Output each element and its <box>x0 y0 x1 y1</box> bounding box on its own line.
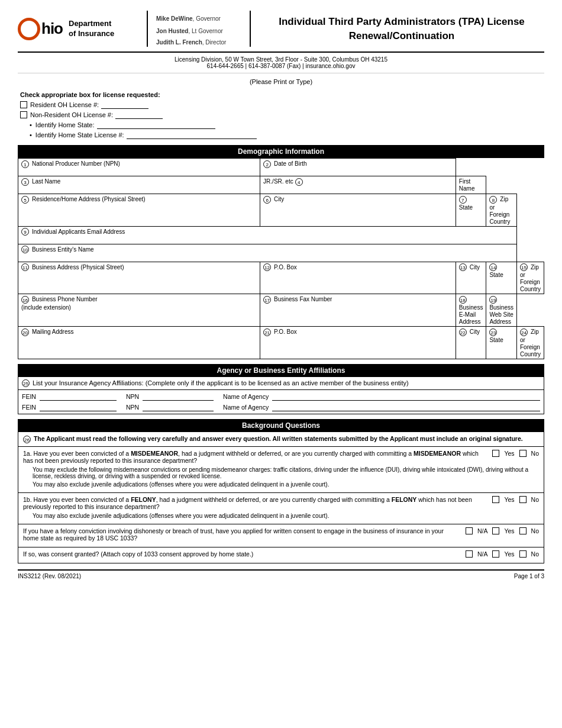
npn-label-2: NPN <box>126 404 139 411</box>
governor2: Jon Husted, Lt Governor <box>156 27 241 36</box>
header-info: Licensing Division, 50 W Town Street, 3r… <box>18 56 544 73</box>
bg-section: Background Questions 26 The Applicant mu… <box>18 419 544 563</box>
mailstate-label: State <box>489 337 503 343</box>
check-section: Check appropriate box for license reques… <box>18 91 544 139</box>
ohio-logo: hio <box>18 18 63 40</box>
q1b-options: Yes No <box>492 496 539 503</box>
q1a-no-checkbox[interactable] <box>519 450 527 457</box>
director: Judith L. French, Director <box>156 38 241 47</box>
resident-checkbox[interactable] <box>20 101 27 108</box>
nonresident-field[interactable] <box>115 111 163 119</box>
field-num-16: 16 <box>21 296 29 304</box>
agency-row-1: FEIN NPN Name of Agency FEIN NPN Name of… <box>18 390 544 414</box>
fein-field-1[interactable] <box>40 392 117 401</box>
agency-name-field-1[interactable] <box>272 392 540 401</box>
page-title: Individual Third Party Administrators (T… <box>259 11 544 47</box>
home-state-license-label: Identify Home State License #: <box>35 131 124 138</box>
street-label: Residence/Home Address (Physical Street) <box>32 196 146 202</box>
nonresident-checkbox[interactable] <box>20 111 27 118</box>
bizstreet-label: Business Address (Physical Street) <box>32 264 124 270</box>
dob-cell: 2 Date of Birth <box>260 159 456 176</box>
field-num-2: 2 <box>263 160 271 168</box>
street-cell: 5 Residence/Home Address (Physical Stree… <box>18 194 260 227</box>
field-num-20: 20 <box>21 328 29 336</box>
q1b-sub2-yes-checkbox[interactable] <box>492 550 499 558</box>
pobox-label: P.O. Box <box>274 264 297 270</box>
resident-row: Resident OH License #: <box>20 101 544 109</box>
npn-field-1[interactable] <box>143 392 214 401</box>
resident-field[interactable] <box>101 101 148 109</box>
header-officials: Mike DeWine, Governor Jon Husted, Lt Gov… <box>156 11 251 47</box>
fein-field-2[interactable] <box>40 403 117 411</box>
mailcity-label: City <box>470 328 480 335</box>
q1b-sub2-na-checkbox[interactable] <box>466 550 473 558</box>
field-num-22: 22 <box>459 328 467 336</box>
home-state-license-field[interactable] <box>127 131 257 139</box>
agency-name-label-1: Name of Agency <box>223 393 269 400</box>
q1b-sub1-na-checkbox[interactable] <box>466 527 473 534</box>
npn-field-2[interactable] <box>143 403 214 411</box>
q1b-sub1-no-checkbox[interactable] <box>519 527 527 534</box>
q1a-row: 1a. Have you ever been convicted of a MI… <box>23 450 539 464</box>
table-row: 20 Mailing Address 21 P.O. Box 22 City 2… <box>18 327 544 359</box>
q1a-options: Yes No <box>492 450 539 457</box>
question-1b: 1b. Have you ever been convicted of a FE… <box>18 493 544 524</box>
q1b-sub1-na: N/A <box>466 527 488 534</box>
dept-line1: Department <box>69 19 114 29</box>
agency-name-label-2: Name of Agency <box>223 404 269 411</box>
mailcity-cell: 22 City <box>456 327 486 359</box>
field-num-17: 17 <box>263 296 271 304</box>
q1b-sub2-no-checkbox[interactable] <box>519 550 527 558</box>
q1b-yes: Yes <box>492 496 514 503</box>
page: hio Department of Insurance Mike DeWine,… <box>0 0 562 728</box>
bizemail-cell: 18 Business E-Mail Address <box>456 294 486 327</box>
q1a-note2: You may also exclude juvenile adjudicati… <box>33 481 539 488</box>
field-num-13: 13 <box>459 263 467 271</box>
footer: INS3212 (Rev. 08/2021) Page 1 of 3 <box>18 569 544 579</box>
field-num-11: 11 <box>21 263 29 271</box>
bizstreet-cell: 11 Business Address (Physical Street) <box>18 262 260 294</box>
q1a-no: No <box>519 450 539 457</box>
lastname-cell: 3 Last Name <box>18 176 260 194</box>
agency-section-header: Agency or Business Entity Affiliations <box>18 364 544 377</box>
zip-cell: 8 Zip or Foreign Country <box>486 194 517 227</box>
home-state-license-row: • Identify Home State License #: <box>30 131 544 139</box>
pobox-cell: 12 P.O. Box <box>260 262 456 294</box>
agency-name-field-2[interactable] <box>272 403 540 411</box>
q1b-sub1-row: If you have a felony conviction involvin… <box>23 527 539 542</box>
bizweb-cell: 19 Business Web Site Address <box>486 294 517 327</box>
q1b-no: No <box>519 496 539 503</box>
demo-table: 1 National Producer Number (NPN) 2 Date … <box>18 158 544 359</box>
email-cell: 9 Individual Applicants Email Address <box>18 226 517 244</box>
q1b-sub2-options: N/A Yes No <box>466 550 539 558</box>
city-cell: 6 City <box>260 194 456 227</box>
q1b-no-checkbox[interactable] <box>519 496 527 503</box>
mailpobox-label: P.O. Box <box>274 328 297 335</box>
field-num-3: 3 <box>21 178 29 186</box>
city-label: City <box>274 196 284 202</box>
npn-label: National Producer Number (NPN) <box>32 160 120 167</box>
home-state-field[interactable] <box>97 121 215 129</box>
mail-cell: 20 Mailing Address <box>18 327 260 359</box>
field-num-18: 18 <box>459 296 467 304</box>
field-num-8: 8 <box>489 196 497 204</box>
field-num-15: 15 <box>520 263 528 271</box>
ohio-text: hio <box>41 20 63 38</box>
bizname-cell: 10 Business Entity's Name <box>18 244 517 262</box>
q1b-yes-checkbox[interactable] <box>492 496 499 503</box>
header: hio Department of Insurance Mike DeWine,… <box>18 11 544 53</box>
q1b-sub2-no: No <box>519 550 539 558</box>
please-print: (Please Print or Type) <box>18 78 544 85</box>
q1b-sub1-yes-checkbox[interactable] <box>492 527 499 534</box>
table-row: 1 National Producer Number (NPN) 2 Date … <box>18 159 544 176</box>
mailpobox-cell: 21 P.O. Box <box>260 327 456 359</box>
question-1a: 1a. Have you ever been convicted of a MI… <box>18 447 544 493</box>
email-label: Individual Applicants Email Address <box>32 228 125 235</box>
firstname-label: First Name <box>459 178 475 192</box>
q1a-yes-checkbox[interactable] <box>492 450 499 457</box>
q1b-sub1-no: No <box>519 527 539 534</box>
jrsr-cell: JR./SR. etc 4 <box>260 176 456 194</box>
mailstate-cell: 23 State <box>486 327 517 359</box>
q1b-sub2-yes: Yes <box>492 550 514 558</box>
table-row: 11 Business Address (Physical Street) 12… <box>18 262 544 294</box>
